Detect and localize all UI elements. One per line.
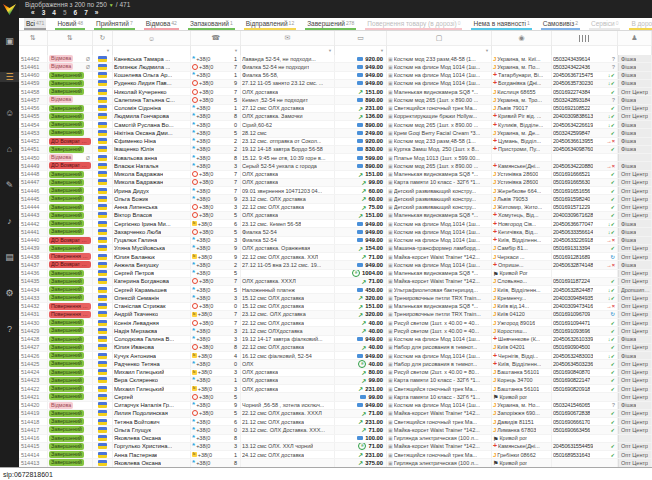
ttn-cell[interactable]: 0501691665630✓ xyxy=(552,179,618,186)
filter-cell-2[interactable]: ▼ xyxy=(93,45,113,55)
ttn-cell[interactable]: 20450634098760✓ xyxy=(552,146,618,153)
table-row[interactable]: 514434ЗавершенийСергей Карамышев*+38(05Н… xyxy=(19,286,652,294)
table-row[interactable]: 514446ЗавершенийИрина Дидух*+38(0709.01 … xyxy=(19,187,652,195)
filter-cell-5[interactable]: ▼ xyxy=(241,45,335,55)
table-row[interactable]: 514426ЗавершенийКучук Антонинаlc+38(0416… xyxy=(19,352,652,360)
phone-cell[interactable]: *+38(03 xyxy=(191,327,241,334)
phone-cell[interactable]: *+38(09 xyxy=(191,245,241,252)
phone-cell[interactable]: *+38(05 xyxy=(191,286,241,293)
ttn-cell[interactable]: 0501692108522✓ xyxy=(552,105,618,112)
table-row[interactable]: 514437ДО Возврат ок...Анжела Безушку*+38… xyxy=(19,261,652,269)
table-row[interactable]: 514431Повернення (з...Андрій Ткаченкоlc+… xyxy=(19,311,652,319)
ttn-cell[interactable] xyxy=(552,270,618,277)
table-row[interactable]: 514418ЗавершенийТетяна Войтович*+38(0621… xyxy=(19,418,652,426)
table-row[interactable]: 514419ЗавершенийЛилия Подолинская+38(052… xyxy=(19,410,652,418)
table-row[interactable]: 514414ЗавершенийАнна Пастернакlc+38(0124… xyxy=(19,451,652,459)
sidebar-item-warehouse[interactable]: ⌂ xyxy=(0,144,19,154)
filter-cell-0[interactable] xyxy=(19,45,48,55)
table-row[interactable]: 514430ЗавершенийКсенія Левадняя+38(0722.… xyxy=(19,319,652,327)
ttn-cell[interactable]: 20450636613955→× xyxy=(552,138,618,145)
table-row[interactable]: 514420ВідмоваСитарчук Наталія Гр...*+38(… xyxy=(19,402,652,410)
phone-cell[interactable]: *+38(05 xyxy=(191,270,241,277)
page-number-button[interactable]: 6 xyxy=(74,9,78,17)
table-row[interactable]: 514424ЗавершенийМихаил Гилецькийlc+38(03… xyxy=(19,369,652,377)
table-row[interactable]: 514436ЗавершенийСергей Петров*+38(05₴100… xyxy=(19,270,652,278)
tab-відправлений[interactable]: Відправлений12 xyxy=(244,18,296,30)
ttn-cell[interactable]: 0501690904500✓ xyxy=(552,344,618,351)
phone-cell[interactable]: *+38(06 xyxy=(191,418,241,425)
table-row[interactable]: 514453ЗавершенийНікітіна Оксана Дми...*+… xyxy=(19,129,652,137)
table-row[interactable]: 514447ЗавершенийМикола Бадражан+38(07ОЛХ… xyxy=(19,179,652,187)
ttn-cell[interactable]: 0501690672838✓ xyxy=(552,410,618,417)
ttn-cell[interactable]: 0501690666170✓ xyxy=(552,418,618,425)
sidebar-item-dashboard[interactable]: ▣ xyxy=(0,36,19,46)
table-row[interactable]: 514428ЗавершенийСолодкова Галина В...*+3… xyxy=(19,336,652,344)
phone-cell[interactable]: lc+38(03 xyxy=(191,385,241,392)
phone-cell[interactable]: +38(03 xyxy=(191,204,241,211)
phone-cell[interactable]: *+38(00 xyxy=(191,121,241,128)
table-row[interactable]: 514443ЗавершенийВіктор Власов+38(05ОЛХ д… xyxy=(19,212,652,220)
table-row[interactable]: 514442ЗавершенийСергієнко Ірина Ми...lc+… xyxy=(19,220,652,228)
column-header-customer-icon[interactable]: ☺ xyxy=(113,31,191,45)
column-header-phone-icon[interactable]: ☎ xyxy=(191,31,241,45)
page-first-button[interactable]: « xyxy=(31,9,35,17)
ttn-cell[interactable]: 20400309671628✓ xyxy=(552,212,618,219)
ttn-cell[interactable]: 20400309484935↓✓ xyxy=(552,294,618,301)
page-number-button[interactable]: 7 xyxy=(84,9,88,17)
table-row[interactable]: 514439ЗавершенийУляна Мусійовська*+38(09… xyxy=(19,245,652,253)
table-row[interactable]: 514415ЗавершенийГоргулько Христина...*+3… xyxy=(19,443,652,451)
filter-dropdown-icon[interactable]: ▼ xyxy=(234,48,238,53)
table-row[interactable]: 514432Повернення (з...Станіслав Стрижак+… xyxy=(19,303,652,311)
phone-cell[interactable]: lc+38(06 xyxy=(191,220,241,227)
phone-cell[interactable]: +38(09 xyxy=(191,80,241,87)
ttn-cell[interactable] xyxy=(552,393,618,400)
phone-cell[interactable]: +38(08 xyxy=(191,344,241,351)
phone-cell[interactable]: *+38(02 xyxy=(191,261,241,268)
table-row[interactable]: 514416ЗавершенийЯковлева Оксана*+38(0810… xyxy=(19,435,652,443)
phone-cell[interactable]: +38(00 xyxy=(191,303,241,310)
ttn-cell[interactable]: 20450633226918→× xyxy=(552,237,618,244)
sidebar-item-settings[interactable]: ⚙ xyxy=(0,288,19,298)
phone-cell[interactable]: *+38(01 xyxy=(191,105,241,112)
phone-cell[interactable]: +38(07 xyxy=(191,319,241,326)
phone-cell[interactable]: +38(07 xyxy=(191,179,241,186)
phone-cell[interactable]: *+38(03 xyxy=(191,336,241,343)
sidebar-item-broadcast[interactable]: ♪ xyxy=(0,216,19,226)
table-row[interactable]: 514435ЗавершенийКатерина Богданова+38(07… xyxy=(19,278,652,286)
column-header-location-icon[interactable]: ◉ xyxy=(492,31,552,45)
ttn-cell[interactable]: 20450635730230↓✓ xyxy=(552,80,618,87)
column-header-refresh-icon[interactable]: ↻ xyxy=(93,31,113,45)
sidebar-item-help[interactable]: ? xyxy=(0,324,19,334)
ttn-cell[interactable]: 0501691187224✓ xyxy=(552,278,618,285)
table-row[interactable]: 514457ВідмоваСалепина Татьяна С...+38(05… xyxy=(19,96,652,104)
table-row[interactable]: 514429ЗавершенийНадія Мерзаєва*+38(0321.… xyxy=(19,327,652,335)
ttn-cell[interactable]: 20450632824487↓✓ xyxy=(552,286,618,293)
phone-cell[interactable]: lc+38(03 xyxy=(191,369,241,376)
tab-в-дорозі-додому[interactable]: В дорозі додому0 xyxy=(629,18,652,30)
tab-всі[interactable]: Всі471 xyxy=(24,18,46,30)
phone-cell[interactable]: *+38(00 xyxy=(191,360,241,367)
ttn-cell[interactable]: 20400309838613↓✓ xyxy=(552,113,618,120)
phone-cell[interactable]: *+38(09 xyxy=(191,195,241,202)
table-row[interactable]: 514454ЗавершенийСамотій Руслана Во...*+3… xyxy=(19,121,652,129)
table-row[interactable]: 514441ЗавершенийЗахарченко Люба+38(05Фиа… xyxy=(19,228,652,236)
ttn-cell[interactable]: 0501691571229✓ xyxy=(552,204,618,211)
phone-cell[interactable]: lc+38(04 xyxy=(191,352,241,359)
table-row[interactable]: 514433ЗавершенийОлексій Семанін*+38(0315… xyxy=(19,294,652,302)
table-row[interactable]: 514461ВідмоваØБлизнюк Людмила ...+38(07Ф… xyxy=(19,63,652,71)
table-row[interactable]: 514458ЗавершенийНиколай Кучеренко+38(07О… xyxy=(19,88,652,96)
phone-cell[interactable]: *+38(01 xyxy=(191,72,241,79)
ttn-cell[interactable]: 0501690840870✓ xyxy=(552,369,618,376)
ttn-cell[interactable]: 0501690822147✓ xyxy=(552,377,618,384)
phone-cell[interactable]: +38(07 xyxy=(191,278,241,285)
phone-cell[interactable]: *+38(03 xyxy=(191,162,241,169)
table-row[interactable]: 514460ЗавершенийКошелева Ольга Ар...*+38… xyxy=(19,72,652,80)
tab-самовивіз[interactable]: Самовивіз2 xyxy=(541,18,580,30)
ttn-cell[interactable]: 0501689531643✓ xyxy=(552,451,618,458)
ttn-cell[interactable] xyxy=(552,154,618,161)
column-header-product-icon[interactable]: ▢ xyxy=(387,31,492,45)
phone-cell[interactable]: +38(05 xyxy=(191,228,241,235)
table-row[interactable]: 514417ЗавершенийОльга Глущук*+38(0023.12… xyxy=(19,426,652,434)
filter-dropdown-icon[interactable]: ▼ xyxy=(380,48,384,53)
tab-новий[interactable]: Новий48 xyxy=(55,18,85,30)
